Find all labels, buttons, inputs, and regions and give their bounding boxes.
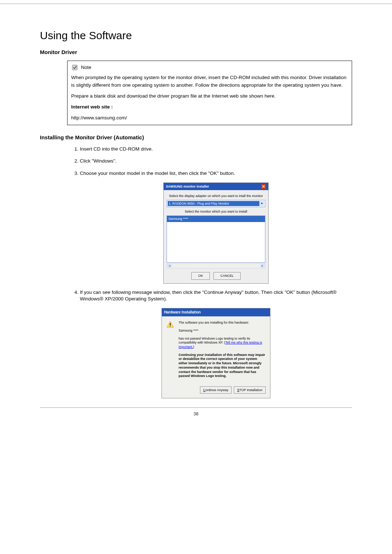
scroll-left-icon[interactable]: ◄ <box>167 264 172 268</box>
installer-scrollbar[interactable]: ◄ ► <box>167 263 265 268</box>
note-website-label: Internet web site : <box>71 103 348 111</box>
steps-list: Insert CD into the CD-ROM drive. Click "… <box>67 146 352 399</box>
hardware-device: Samsung **** <box>179 329 266 333</box>
svg-rect-1 <box>170 323 171 325</box>
continue-anyway-button[interactable]: Continue Anyway <box>200 386 232 394</box>
svg-rect-0 <box>72 65 77 70</box>
hardware-buttons: Continue Anyway STOP Installation <box>162 386 270 398</box>
note-box: Note When prompted by the operating syst… <box>67 61 352 125</box>
svg-rect-2 <box>170 326 171 327</box>
continue-btn-rest: ontinue Anyway <box>205 388 228 392</box>
hardware-warning-2: Continuing your installation of this sof… <box>179 353 266 378</box>
installer-title: SAMSUNG monitor installer <box>166 184 209 189</box>
hardware-warning-1: has not passed Windows Logo testing to v… <box>179 337 266 349</box>
chevron-down-icon[interactable]: ▼ <box>259 201 264 206</box>
hardware-content: The software you are installing for this… <box>179 321 266 382</box>
installer-dropdown[interactable]: 1. RADEON 9550 : Plug and Play Monitor ▼ <box>167 200 265 208</box>
installer-window: SAMSUNG monitor installer Select the dis… <box>163 182 269 283</box>
installer-buttons: OK CANCEL <box>167 272 265 280</box>
note-label: Note <box>81 64 91 71</box>
note-header: Note <box>71 64 348 71</box>
note-url: http://www.samsung.com/ <box>71 114 348 122</box>
section-heading-installing: Installing the Monitor Driver (Automatic… <box>40 134 352 140</box>
hardware-body: The software you are installing for this… <box>162 316 270 386</box>
stop-installation-button[interactable]: STOP Installation <box>234 386 266 394</box>
step-4-text: If you can see following message window,… <box>80 290 336 302</box>
hardware-intro: The software you are installing for this… <box>179 321 266 325</box>
page-title: Using the Software <box>40 29 352 42</box>
page-number: 38 <box>40 407 352 416</box>
ok-button[interactable]: OK <box>191 272 210 280</box>
installer-titlebar: SAMSUNG monitor installer <box>164 183 268 190</box>
step-4: If you can see following message window,… <box>80 289 352 399</box>
hardware-installation-window: Hardware Installation The software you a… <box>162 308 270 398</box>
step-3-text: Choose your monitor model in the model l… <box>80 171 235 176</box>
warning-icon <box>166 321 175 382</box>
installer-body: Select the display adapter on which you … <box>164 190 268 283</box>
cancel-button[interactable]: CANCEL <box>213 272 241 280</box>
installer-list[interactable]: Samsung **** <box>167 216 265 263</box>
step-3: Choose your monitor model in the model l… <box>80 170 352 283</box>
document-page: Using the Software Monitor Driver Note W… <box>0 4 392 427</box>
section-heading-monitor-driver: Monitor Driver <box>40 49 352 55</box>
step-1: Insert CD into the CD-ROM drive. <box>80 146 352 153</box>
close-icon[interactable] <box>261 184 266 189</box>
note-paragraph-2: Prepare a blank disk and download the dr… <box>71 93 348 100</box>
installer-list-item[interactable]: Samsung **** <box>167 216 265 222</box>
installer-label-adapter: Select the display adapter on which you … <box>167 194 265 198</box>
hardware-titlebar: Hardware Installation <box>162 308 270 316</box>
scroll-right-icon[interactable]: ► <box>260 264 265 268</box>
stop-btn-rest: TOP Installation <box>239 388 262 392</box>
installer-dropdown-selected: 1. RADEON 9550 : Plug and Play Monitor <box>168 201 259 206</box>
installer-label-monitor: Select the monitor which you want to ins… <box>167 209 265 214</box>
step-2: Click "Windows". <box>80 158 352 165</box>
note-icon <box>71 64 79 71</box>
hardware-warning-1b: ) <box>193 345 194 349</box>
note-paragraph-1: When prompted by the operating system fo… <box>71 74 348 89</box>
